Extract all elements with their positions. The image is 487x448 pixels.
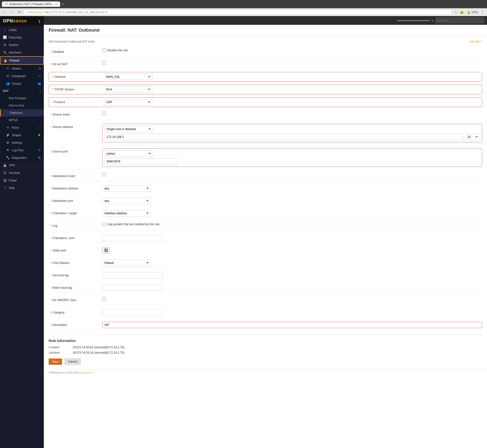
destination-invert-info-icon[interactable]: ℹ [51,174,52,178]
destination-invert-checkbox[interactable] [102,173,106,176]
log-control: Log packets that are handled by this rul… [102,223,482,226]
tcpip-info-icon[interactable]: ℹ [52,88,53,91]
translation-port-control [102,235,482,241]
source-address-control: Single host or Network 32 [102,124,482,142]
disabled-checkbox[interactable] [102,49,106,52]
search-input[interactable] [435,18,484,23]
active-tab[interactable]: 🛡 Outbound | NAT | Firewall | OPN... ✕ [2,1,60,7]
sidebar-item-interfaces[interactable]: 🔌 Interfaces [0,49,44,56]
description-input[interactable] [102,322,163,328]
category-input[interactable] [102,309,163,316]
do-not-nat-checkbox[interactable] [102,61,106,64]
match-local-tag-info-icon[interactable]: ℹ [51,286,52,289]
address-bar[interactable]: ⚠ Nicht sicher https://172.16.1.1/firewa… [23,9,452,15]
protocol-info-icon[interactable]: ℹ [52,100,53,104]
refresh-button[interactable]: ↺ [17,10,22,15]
description-control [102,322,482,328]
sidebar-item-nat[interactable]: NAT ≡ [0,87,44,95]
source-invert-info-icon[interactable]: ℹ [51,113,52,116]
back-button[interactable]: ← [2,10,8,15]
set-local-tag-input[interactable] [102,272,163,278]
disabled-info-icon[interactable]: ℹ [51,50,52,53]
translation-target-select[interactable]: Interface address [102,210,151,216]
topbar-right: ●●●●●●●●●●●●●●●●●●●● ● [397,18,484,23]
sidebar-item-help[interactable]: ? Help [0,184,44,192]
sidebar-item-services[interactable]: ☰ Services [0,169,44,177]
pool-options-info-icon[interactable]: ℹ [51,261,52,264]
do-not-nat-info-icon[interactable]: ℹ [51,63,52,66]
source-address-info-icon[interactable]: ℹ [51,125,52,128]
source-invert-checkbox[interactable] [102,111,106,115]
source-address-row: ℹ Source address Single host or Network [49,122,482,144]
tcpip-select[interactable]: IPv4 [104,86,153,93]
source-port-type-select[interactable]: (other) [104,151,153,157]
source-port-info-icon[interactable]: ℹ [51,150,52,153]
log-checkbox-label[interactable]: Log packets that are handled by this rul… [102,223,482,226]
log-checkbox[interactable] [102,223,106,226]
updated-value: 8/1/23 14:53:16 (servusli@172.16.1.70) [73,351,124,354]
static-port-checkbox[interactable] [104,249,108,252]
disabled-checkbox-label[interactable]: Disable this rule [102,49,482,52]
destination-port-info-icon[interactable]: ℹ [51,199,52,202]
sidebar-item-groups[interactable]: 👥 Groups 👥 [0,80,44,87]
diagnostics-icon: 🔧 [6,156,10,160]
sidebar-item-shaper[interactable]: ⚡ Shaper ⚡ [0,131,44,139]
cancel-button[interactable]: Cancel [64,358,81,365]
full-help-link[interactable]: full help ? [470,40,482,43]
sidebar-item-outbound[interactable]: Outbound [0,109,44,116]
disabled-row: ℹ Disabled Disable this rule [49,47,482,57]
source-ip-input[interactable] [104,134,463,140]
new-tab-button[interactable]: + [62,2,64,6]
destination-address-select[interactable]: any [102,185,151,192]
sidebar-item-settings[interactable]: ⚙ Settings [0,139,44,146]
category-info-icon[interactable]: ℹ [51,311,52,314]
vpn-button[interactable]: 🔒 VPN [466,10,479,15]
extensions-button[interactable]: 🧩 [459,10,465,15]
no-xmlrpc-info-icon[interactable]: ℹ [51,298,52,302]
tab-close-button[interactable]: ✕ [55,3,57,6]
interface-select[interactable]: WAN_DSL [104,74,153,80]
sidebar-item-port-forward[interactable]: Port Forward [0,95,44,102]
sidebar-toggle-button[interactable]: ❮ [38,19,41,23]
log-info-icon[interactable]: ℹ [51,224,52,227]
source-cidr-select[interactable]: 32 [465,134,480,140]
translation-port-input[interactable] [102,235,163,241]
diagnostics-icon-right: 🔧 [37,156,41,159]
power-icon: ⏻ [3,179,7,182]
set-local-tag-info-icon[interactable]: ℹ [51,274,52,277]
no-xmlrpc-label: ℹ No XMLRPC Sync [49,297,102,303]
source-type-select[interactable]: Single host or Network [104,126,153,132]
protocol-select[interactable]: UDP [104,99,153,105]
sidebar-item-one-to-one[interactable]: One-to-One [0,102,44,109]
sidebar-item-firewall[interactable]: 🔥 Firewall [0,56,44,65]
sidebar-item-nptv6[interactable]: NPTv6 [0,116,44,124]
sidebar-item-reporting[interactable]: 📊 Reporting [0,34,44,41]
translation-port-info-icon[interactable]: ℹ [51,236,52,240]
reporting-icon: 📊 [3,36,7,39]
no-xmlrpc-checkbox[interactable] [102,297,106,300]
destination-address-info-icon[interactable]: ℹ [51,187,52,190]
translation-target-info-icon[interactable]: ℹ [51,212,52,215]
pool-options-select[interactable]: Default [102,260,151,266]
save-button[interactable]: Save [49,358,62,365]
sidebar-item-diagnostics[interactable]: 🔧 Diagnostics 🔧 [0,154,44,161]
interface-info-icon[interactable]: ℹ [52,75,53,78]
sidebar-item-log-files[interactable]: 👁 Log Files 👁 [0,146,44,154]
sidebar-item-vpn[interactable]: 🔒 VPN [0,161,44,169]
sidebar-item-categories[interactable]: 🏷 Categories 🏷 [0,72,44,80]
sidebar-item-lobby[interactable]: ⌂ Lobby [0,26,44,34]
destination-port-select[interactable]: any [102,198,151,204]
sidebar-item-power[interactable]: ⏻ Power [0,177,44,184]
sidebar-item-system[interactable]: ⚙ System [0,41,44,49]
bookmark-button[interactable]: ☆ [453,10,458,15]
sidebar-item-aliases[interactable]: ≡ Aliases ⊞ [0,65,44,72]
description-info-icon[interactable]: ℹ [51,323,52,326]
match-local-tag-input[interactable] [102,285,163,291]
static-port-info-icon[interactable]: ℹ [51,249,52,252]
menu-button[interactable]: ⋮ [480,10,485,15]
source-port-input[interactable] [104,158,177,165]
footer-link[interactable]: Deciso B.V. [80,371,93,374]
forward-button[interactable]: → [9,10,15,15]
sidebar-item-rules[interactable]: ≡ Rules ✓ [0,124,44,131]
tab-title: Outbound | NAT | Firewall | OPN... [9,2,54,6]
